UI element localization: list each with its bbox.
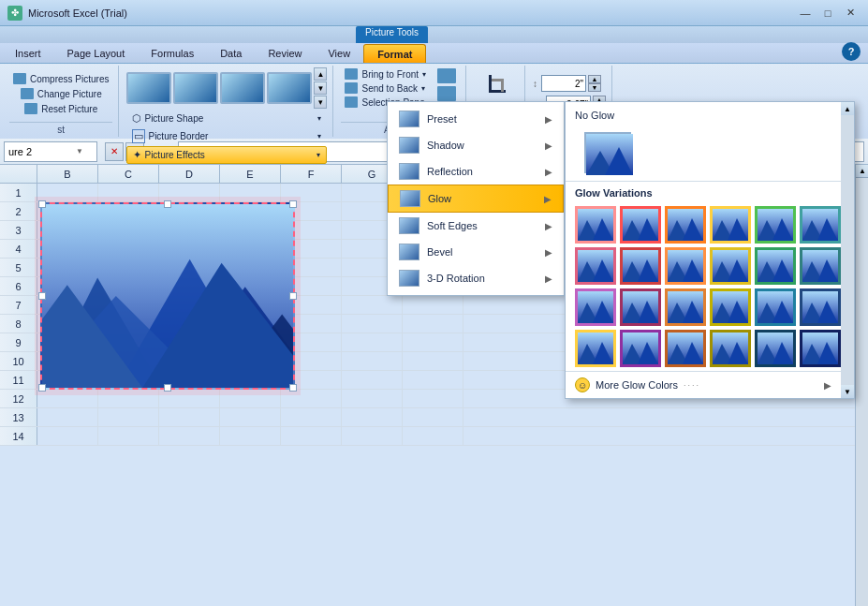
glow-variation-thumb[interactable] [665,247,706,285]
row-header[interactable]: 1 [0,184,37,201]
grid-cell[interactable] [403,315,463,333]
grid-cell[interactable] [403,427,463,445]
menu-shadow[interactable]: Shadow ▶ [388,132,564,158]
glow-variation-thumb[interactable] [665,288,706,326]
picture-effects-button[interactable]: ✦ Picture Effects ▾ [126,146,327,164]
glow-variation-thumb[interactable] [710,206,751,244]
glow-variation-thumb[interactable] [800,288,841,326]
pic-style-4[interactable] [267,72,312,104]
name-box-arrow[interactable]: ▼ [76,147,83,155]
tab-insert[interactable]: Insert [2,44,54,63]
grid-cell[interactable] [37,408,98,426]
pic-style-1[interactable] [126,72,171,104]
grid-cell[interactable] [342,390,403,407]
grid-cell[interactable] [98,184,159,201]
name-box[interactable]: ▼ [4,141,97,162]
glow-variation-thumb[interactable] [575,330,616,367]
glow-variation-thumb[interactable] [710,247,751,285]
tab-format[interactable]: Format [363,44,426,63]
row-header[interactable]: 8 [0,315,37,333]
grid-cell[interactable] [403,408,463,426]
grid-cell[interactable] [342,352,403,370]
grid-cell[interactable] [281,408,342,426]
handle-tm[interactable] [164,200,171,208]
glow-variation-thumb[interactable] [665,330,706,367]
height-up[interactable]: ▲ [588,75,601,83]
more-glow-colors-button[interactable]: ☺ More Glow Colors ···· ▶ [566,371,841,398]
grid-cell[interactable] [403,296,463,314]
col-header-f[interactable]: F [281,165,342,183]
height-input[interactable] [541,75,586,92]
handle-ml[interactable] [38,292,46,300]
picture-border-button[interactable]: ▭ Picture Border ▾ [126,127,327,145]
glow-variation-thumb[interactable] [755,330,796,367]
grid-cell[interactable] [220,184,281,201]
col-header-e[interactable]: E [220,165,281,183]
handle-br[interactable] [289,384,297,392]
row-header[interactable]: 2 [0,202,37,220]
glow-variation-thumb[interactable] [575,247,616,285]
glow-variation-thumb[interactable] [620,206,661,244]
menu-3d-rotation[interactable]: 3-D Rotation ▶ [388,265,564,291]
glow-variation-thumb[interactable] [800,206,841,244]
glow-variation-thumb[interactable] [755,247,796,285]
group-button[interactable] [434,85,460,102]
row-header[interactable]: 3 [0,221,37,239]
grid-cell[interactable] [281,390,342,407]
name-box-input[interactable] [8,146,74,157]
menu-glow[interactable]: Glow ▶ [388,185,564,213]
grid-cell[interactable] [220,408,281,426]
grid-cell[interactable] [159,427,220,445]
glow-variation-thumb[interactable] [710,330,751,367]
grid-cell[interactable] [37,390,98,407]
col-header-d[interactable]: D [159,165,220,183]
tab-data[interactable]: Data [207,44,255,63]
glow-variation-thumb[interactable] [755,206,796,244]
reset-picture-button[interactable]: Reset Picture [21,102,101,115]
grid-cell[interactable] [281,427,342,445]
grid-cell[interactable] [342,315,403,333]
menu-bevel[interactable]: Bevel ▶ [388,239,564,265]
vertical-scrollbar[interactable]: ▲ ▼ [855,165,868,606]
menu-soft-edges[interactable]: Soft Edges ▶ [388,213,564,239]
col-header-b[interactable]: B [37,165,98,183]
row-header[interactable]: 11 [0,371,37,389]
row-header[interactable]: 10 [0,352,37,370]
glow-variation-thumb[interactable] [800,247,841,285]
help-button[interactable]: ? [842,42,861,61]
selected-picture[interactable] [40,202,295,390]
row-header[interactable]: 14 [0,427,37,445]
tab-view[interactable]: View [315,44,363,63]
row-header[interactable]: 13 [0,408,37,426]
grid-cell[interactable] [98,390,159,407]
grid-cell[interactable] [403,371,463,389]
pic-style-2[interactable] [173,72,218,104]
glow-variation-thumb[interactable] [620,330,661,367]
glow-variation-thumb[interactable] [665,206,706,244]
menu-preset[interactable]: Preset ▶ [388,106,564,132]
grid-cell[interactable] [342,371,403,389]
grid-cell[interactable] [403,333,463,351]
grid-cell[interactable] [342,408,403,426]
minimize-button[interactable]: — [795,4,816,22]
row-header[interactable]: 7 [0,296,37,314]
height-spinner[interactable]: ▲ ▼ [588,75,601,92]
grid-cell[interactable] [403,352,463,370]
row-header[interactable]: 12 [0,390,37,407]
glow-variation-thumb[interactable] [620,247,661,285]
col-header-c[interactable]: C [98,165,159,183]
tab-formulas[interactable]: Formulas [138,44,207,63]
styles-scroll-down[interactable]: ▼ [314,81,327,95]
close-button[interactable]: ✕ [840,4,861,22]
height-down[interactable]: ▼ [588,83,601,92]
grid-cell[interactable] [220,390,281,407]
grid-cell[interactable] [342,296,403,314]
bring-to-front-button[interactable]: Bring to Front ▾ [341,67,430,81]
glow-scroll-down[interactable]: ▼ [841,385,854,398]
glow-variation-thumb[interactable] [755,288,796,326]
cancel-formula-button[interactable]: ✕ [105,142,124,161]
handle-mr[interactable] [289,292,297,300]
grid-cell[interactable] [37,427,98,445]
tab-review[interactable]: Review [255,44,315,63]
grid-cell[interactable] [342,333,403,351]
